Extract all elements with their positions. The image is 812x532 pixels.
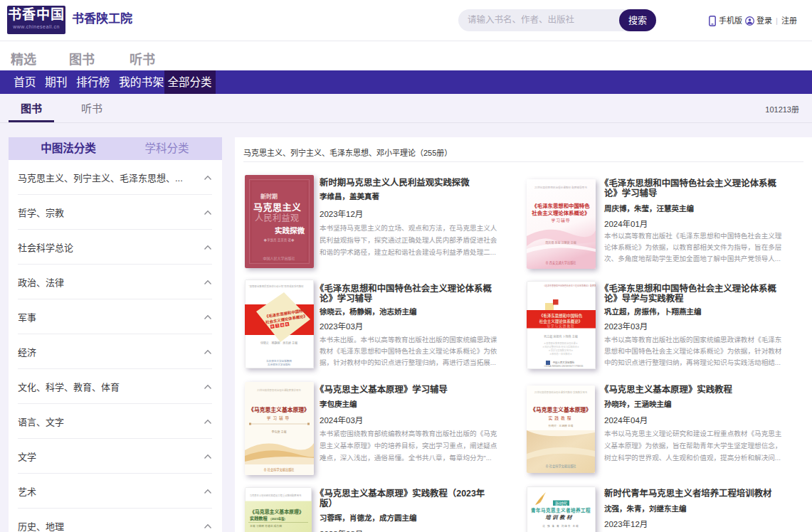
svg-text:新时期: 新时期 [260,193,278,200]
svg-text:孙晓玲 · 王涵映 主编: 孙晓玲 · 王涵映 主编 [549,424,574,427]
svg-text:实践教程 （2023年版）: 实践教程 （2023年版） [250,516,288,521]
svg-text:21世纪高校思想政治理论课系列教材·实践教学用书: 21世纪高校思想政治理论课系列教材·实践教学用书 [534,390,588,394]
svg-text:＊高等职业教育思想政治理论课＊: ＊高等职业教育思想政治理论课＊ [544,341,578,345]
svg-text:学习辅导: 学习辅导 [551,218,570,223]
svg-text:培训教材: 培训教材 [545,514,574,521]
svg-text:北京师范大学出版社: 北京师范大学出版社 [268,363,291,366]
svg-text:⊕ 社会科学文献出版社: ⊕ 社会科学文献出版社 [263,467,294,472]
svg-text:＊知识点整理归纳·理论与实践结合＊: ＊知识点整理归纳·理论与实践结合＊ [542,345,579,349]
svg-text:徐晓云 · 杨静娴 · 池志娇 主编: 徐晓云 · 杨静娴 · 池志娇 主编 [260,341,297,345]
svg-text:巩立超 房振伟 卜翔燕 主编: 巩立超 房振伟 卜翔燕 主编 [544,334,577,339]
svg-text:＊导学与实践教学用书＊: ＊导学与实践教学用书＊ [548,349,573,352]
svg-text:实践教程: 实践教程 [548,415,573,421]
svg-text:⊕ 社会科学文献出版社: ⊕ 社会科学文献出版社 [545,464,576,469]
svg-text:周庆博 朱莹 汪慧英 主编: 周庆博 朱莹 汪慧英 主编 [545,240,576,245]
svg-text:CHINA RENMIN UNIVERSITY PRESS: CHINA RENMIN UNIVERSITY PRESS [544,365,584,368]
svg-text:导学与实践教程: 导学与实践教程 [547,324,574,329]
svg-text:新时代: 新时代 [555,501,567,506]
svg-text:《马克思主义基本原理》: 《马克思主义基本原理》 [250,509,304,515]
svg-text:中国人民大学出版社: 中国人民大学出版社 [553,361,575,364]
svg-text:沈 强 朱 青 刘继东 主编: 沈 强 朱 青 刘继东 主编 [542,524,579,528]
svg-text:《马克思主义基本原理》: 《马克思主义基本原理》 [248,406,310,413]
svg-text:实践探微: 实践探微 [275,226,305,235]
svg-text:李包庚 主编: 李包庚 主编 [271,430,286,434]
svg-text:《毛泽东思想和中国特色: 《毛泽东思想和中国特色 [539,313,583,319]
svg-text:主编 习蓉晖 肖德龙 成方圆: 主编 习蓉晖 肖德龙 成方圆 [250,524,282,528]
svg-text:中国人民大学出版社: 中国人民大学出版社 [263,256,295,261]
svg-text:◆李维昌 盖美真 著◆: ◆李维昌 盖美真 著◆ [264,238,295,243]
svg-text:人民利益观: 人民利益观 [255,213,300,223]
svg-text:马克思主义理论研究和建设工程重点教材配套用书: 马克思主义理论研究和建设工程重点教材配套用书 [250,494,302,497]
svg-text:21世纪高校思想政治理论课配套教学用书: 21世纪高校思想政治理论课配套教学用书 [257,388,301,392]
svg-text:⊕ 西安交通大学出版社: ⊕ 西安交通大学出版社 [545,260,576,265]
svg-text:青年马克思主义者培养工程: 青年马克思主义者培养工程 [531,507,591,514]
svg-text:社会主义理论体系概论》: 社会主义理论体系概论》 [539,319,583,324]
svg-text:《毛泽东思想和中国特色: 《毛泽东思想和中国特色 [532,203,590,209]
svg-text:《毛泽东思想和中国特色社会主义理论体系概论》配套教材: 《毛泽东思想和中国特色社会主义理论体系概论》配套教材 [543,284,596,287]
svg-text:21世纪高校思想政治理论课教材·配套辅导用书: 21世纪高校思想政治理论课教材·配套辅导用书 [534,186,587,189]
svg-text:"高等职业教育提质培优行动计划"项目成果系列教材: "高等职业教育提质培优行动计划"项目成果系列教材 [249,284,305,288]
svg-text:北京师范大学出版集团: 北京师范大学出版集团 [266,359,292,363]
svg-text:学习辅导: 学习辅导 [267,415,291,421]
svg-text:社会主义理论体系概论》: 社会主义理论体系概论》 [531,210,589,216]
svg-text:《马克思主义基本原理》: 《马克思主义基本原理》 [530,406,591,413]
svg-text:＊新形态一体化教材＊: ＊新形态一体化教材＊ [549,352,572,356]
svg-text:马克思主义: 马克思主义 [253,202,302,213]
